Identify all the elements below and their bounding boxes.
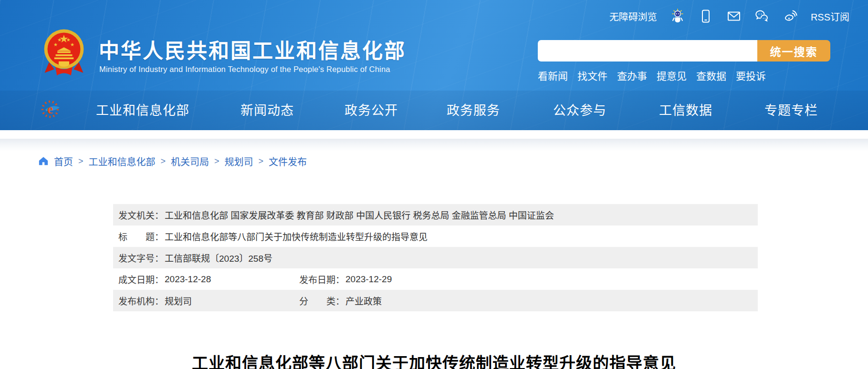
quick-link-complaint[interactable]: 要投诉 [736, 68, 766, 82]
rss-link[interactable]: RSS订阅 [811, 10, 849, 23]
table-row-issuing-agency: 发文机关： 工业和信息化部 国家发展改革委 教育部 财政部 中国人民银行 税务总… [113, 204, 758, 226]
field-label: 发布机构： [118, 294, 164, 307]
quick-link-files[interactable]: 找文件 [577, 68, 607, 82]
svg-text:★: ★ [57, 37, 62, 42]
quick-link-news[interactable]: 看新闻 [538, 68, 568, 82]
article-title: 工业和信息化部等八部门关于加快传统制造业转型升级的指导意见 [0, 350, 868, 369]
field-value: 2023-12-29 [345, 274, 392, 285]
nav-item-topics[interactable]: 专题专栏 [764, 100, 818, 119]
field-label: 发文机关： [118, 208, 164, 221]
mail-icon[interactable] [726, 9, 742, 24]
home-icon[interactable] [38, 156, 49, 166]
field-value: 工业和信息化部等八部门关于加快传统制造业转型升级的指导意见 [165, 230, 428, 243]
breadcrumb-miit[interactable]: 工业和信息化部 [89, 154, 156, 168]
field-value: 产业政策 [345, 294, 382, 307]
quick-link-feedback[interactable]: 提意见 [657, 68, 687, 82]
nav-item-data[interactable]: 工信数据 [659, 100, 712, 119]
field-label: 标 题： [118, 230, 164, 243]
svg-text:★: ★ [70, 42, 74, 47]
table-row-dates: 成文日期： 2023-12-28 发布日期： 2023-12-29 [113, 268, 758, 290]
quick-link-data[interactable]: 查数据 [696, 68, 726, 82]
weibo-icon[interactable] [783, 9, 798, 24]
miit-e-logo-icon: e [40, 97, 63, 121]
header-shadow-band [0, 139, 868, 151]
breadcrumb-separator: > [78, 156, 84, 166]
wechat-icon[interactable] [754, 9, 770, 24]
quick-links: 看新闻 找文件 查办事 提意见 查数据 要投诉 [538, 68, 766, 82]
nav-item-miit[interactable]: 工业和信息化部 [96, 100, 189, 119]
field-value: 工信部联规〔2023〕258号 [165, 251, 272, 264]
nav-item-gov-open[interactable]: 政务公开 [345, 100, 398, 119]
table-row-publisher-category: 发布机构： 规划司 分 类： 产业政策 [113, 290, 758, 311]
mobile-icon[interactable] [698, 9, 713, 24]
search-button[interactable]: 统一搜索 [757, 40, 830, 62]
field-label: 发布日期： [299, 273, 345, 286]
robot-mascot-icon[interactable] [670, 9, 685, 24]
breadcrumb-separator: > [161, 156, 166, 166]
field-value: 工业和信息化部 国家发展改革委 教育部 财政部 中国人民银行 税务总局 金融监管… [165, 208, 554, 221]
breadcrumb-home[interactable]: 首页 [54, 154, 73, 168]
breadcrumb-departments[interactable]: 机关司局 [171, 154, 209, 168]
svg-text:e: e [47, 102, 53, 116]
accessibility-link[interactable]: 无障碍浏览 [609, 10, 657, 23]
site-subtitle: Ministry of Industry and Information Tec… [99, 65, 390, 74]
breadcrumb-document-release[interactable]: 文件发布 [269, 154, 307, 168]
breadcrumb: 首页 > 工业和信息化部 > 机关司局 > 规划司 > 文件发布 [38, 154, 307, 168]
site-title: 中华人民共和国工业和信息化部 [99, 34, 406, 64]
table-row-doc-number: 发文字号： 工信部联规〔2023〕258号 [113, 247, 758, 268]
breadcrumb-separator: > [214, 156, 220, 166]
quick-link-services[interactable]: 查办事 [617, 68, 647, 82]
field-value: 2023-12-28 [165, 274, 211, 285]
field-label: 成文日期： [118, 273, 164, 286]
national-emblem-logo: ★ ★ ★ ★ ★ [42, 28, 86, 81]
nav-item-news[interactable]: 新闻动态 [241, 100, 294, 119]
breadcrumb-separator: > [259, 156, 264, 166]
search-input[interactable] [538, 40, 757, 62]
breadcrumb-planning-dept[interactable]: 规划司 [225, 154, 253, 168]
field-label: 发文字号： [118, 251, 164, 264]
utility-bar: 无障碍浏览 [609, 8, 849, 25]
nav-item-public[interactable]: 公众参与 [553, 100, 607, 119]
document-meta-table: 发文机关： 工业和信息化部 国家发展改革委 教育部 财政部 中国人民银行 税务总… [113, 204, 758, 311]
nav-item-gov-service[interactable]: 政务服务 [447, 100, 500, 119]
field-label: 分 类： [299, 294, 345, 307]
field-value: 规划司 [165, 294, 192, 307]
table-row-title: 标 题： 工业和信息化部等八部门关于加快传统制造业转型升级的指导意见 [113, 226, 758, 247]
